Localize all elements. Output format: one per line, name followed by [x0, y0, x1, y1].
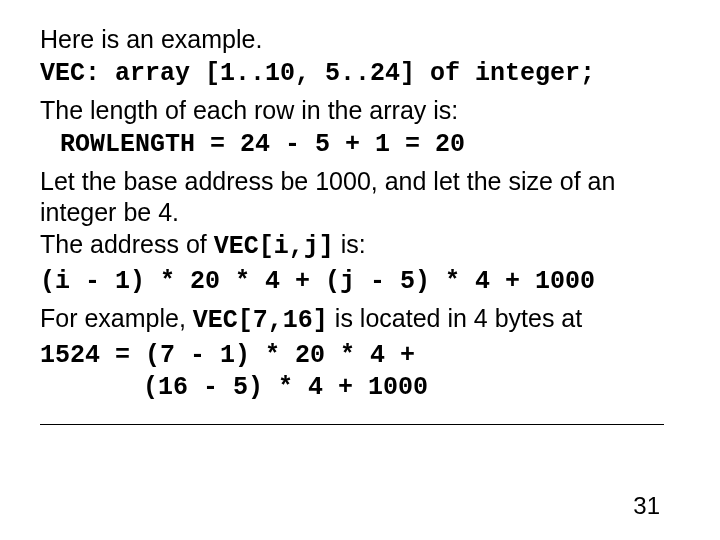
code-rowlength: ROWLENGTH = 24 - 5 + 1 = 20	[40, 130, 684, 161]
code-vec-ij: VEC[i,j]	[214, 232, 334, 261]
text-line-6c: is:	[334, 230, 366, 258]
text-line-5: Let the base address be 1000, and let th…	[40, 166, 684, 227]
text-line-3: The length of each row in the array is:	[40, 95, 684, 126]
text-line-6: The address of VEC[i,j] is:	[40, 229, 684, 263]
text-line-8: For example, VEC[7,16] is located in 4 b…	[40, 303, 684, 337]
code-vec-declaration: VEC: array [1..10, 5..24] of integer;	[40, 59, 684, 90]
text-line-8c: is located in 4 bytes at	[328, 304, 582, 332]
code-vec-716: VEC[7,16]	[193, 306, 328, 335]
horizontal-rule	[40, 424, 664, 425]
page-number: 31	[633, 492, 660, 520]
text-line-8a: For example,	[40, 304, 193, 332]
code-address-formula: (i - 1) * 20 * 4 + (j - 5) * 4 + 1000	[40, 267, 684, 298]
code-calc-line1: 1524 = (7 - 1) * 20 * 4 +	[40, 341, 684, 372]
text-line-6a: The address of	[40, 230, 214, 258]
code-calc-line2: (16 - 5) * 4 + 1000	[40, 373, 684, 404]
text-line-1: Here is an example.	[40, 24, 684, 55]
